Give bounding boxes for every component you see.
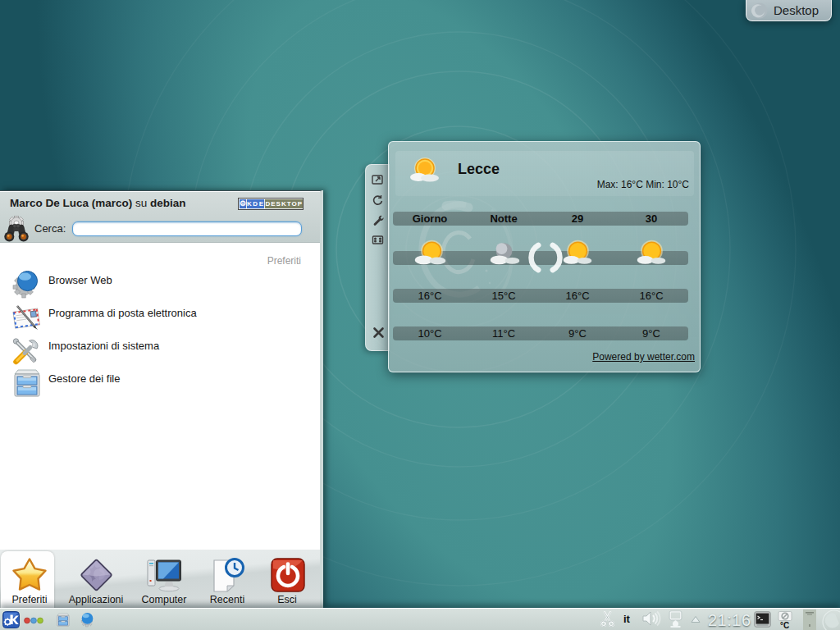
svg-text:°C: °C: [780, 621, 789, 629]
